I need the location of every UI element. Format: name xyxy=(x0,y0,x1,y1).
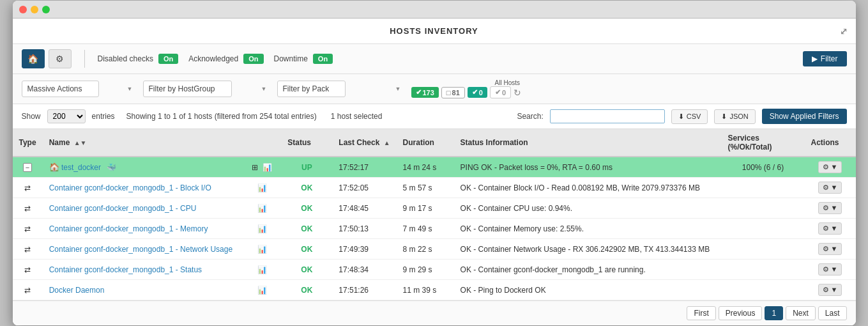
host-action-gear[interactable]: ⚙ ▼ xyxy=(818,161,842,173)
service-icons-3: 📊 xyxy=(243,239,281,260)
settings-button[interactable]: ⚙ xyxy=(49,49,72,68)
pack-filter-wrapper: Filter by Pack xyxy=(277,81,405,97)
count-173: 173 xyxy=(423,89,434,97)
col-type-header[interactable]: Type xyxy=(13,129,43,157)
json-button[interactable]: ⬇ JSON xyxy=(714,109,755,124)
service-info-0: OK - Container Block I/O - Read 0.008192… xyxy=(454,178,722,198)
minimize-button[interactable] xyxy=(31,6,38,13)
service-duration-2: 7 m 49 s xyxy=(397,219,454,239)
table-row: ⇄ Container gconf-docker_mongodb_1 - Mem… xyxy=(13,219,856,239)
service-actions-2: ⚙ ▼ xyxy=(805,219,856,239)
count-0-light: 0 xyxy=(502,89,506,97)
filter-label: Filter xyxy=(821,54,838,63)
service-action-gear-4[interactable]: ⚙ ▼ xyxy=(818,263,842,276)
titlebar xyxy=(13,1,856,19)
graph-icon-1: 📊 xyxy=(257,204,267,213)
service-status-1: OK xyxy=(281,198,332,219)
service-name-link-0[interactable]: Container gconf-docker_mongodb_1 - Block… xyxy=(49,183,211,192)
current-page-button[interactable]: 1 xyxy=(765,306,783,320)
service-name-link-3[interactable]: Container gconf-docker_mongodb_1 - Netwo… xyxy=(49,245,233,254)
acknowledged-toggle[interactable]: On xyxy=(243,54,263,64)
previous-page-button[interactable]: Previous xyxy=(719,306,763,320)
service-type-cell-0: ⇄ xyxy=(13,178,43,198)
service-type-icon-0: ⇄ xyxy=(24,183,31,192)
count-badge-0-light[interactable]: ✔ 0 xyxy=(490,86,511,98)
refresh-icon[interactable]: ↻ xyxy=(514,88,521,98)
toolbar: 🏠 ⚙ Disabled checks On Acknowledged On D… xyxy=(13,44,856,74)
count-badge-0-teal[interactable]: ✔ 0 xyxy=(468,87,487,98)
service-status-3: OK xyxy=(281,239,332,260)
service-action-gear-2[interactable]: ⚙ ▼ xyxy=(818,222,842,235)
host-icons-cell: ⊞ 📊 xyxy=(243,157,281,178)
service-type-cell-1: ⇄ xyxy=(13,198,43,219)
service-lastcheck-5: 17:51:26 xyxy=(332,280,396,300)
service-action-gear-1[interactable]: ⚙ ▼ xyxy=(818,202,842,214)
col-status-header[interactable]: Status xyxy=(281,129,332,157)
hosts-table: Type Name ▲▼ Status Last Check ▲ Duratio… xyxy=(13,129,856,300)
count-badge-173[interactable]: ✔ 173 xyxy=(411,87,439,98)
col-duration-header[interactable]: Duration xyxy=(397,129,454,157)
service-icons-1: 📊 xyxy=(243,198,281,219)
service-name-cell-1: Container gconf-docker_mongodb_1 - CPU xyxy=(43,198,243,219)
acknowledged-group: Acknowledged On xyxy=(188,54,263,64)
table-row: ⇄ Container gconf-docker_mongodb_1 - Net… xyxy=(13,239,856,260)
disabled-checks-toggle[interactable]: On xyxy=(158,54,178,64)
service-lastcheck-2: 17:50:13 xyxy=(332,219,396,239)
expand-icon[interactable]: ⤢ xyxy=(840,26,848,36)
service-name-link-2[interactable]: Container gconf-docker_mongodb_1 - Memor… xyxy=(49,224,208,233)
graph-icon: 📊 xyxy=(263,163,272,172)
col-name-header[interactable]: Name ▲▼ xyxy=(43,129,243,157)
hostgroup-filter-dropdown[interactable]: Filter by HostGroup xyxy=(143,81,232,97)
csv-button[interactable]: ⬇ CSV xyxy=(671,109,708,124)
service-status-4: OK xyxy=(281,260,332,280)
service-duration-3: 8 m 22 s xyxy=(397,239,454,260)
check-teal-icon: ✔ xyxy=(472,88,478,97)
service-action-gear-3[interactable]: ⚙ ▼ xyxy=(818,243,842,255)
pack-filter-dropdown[interactable]: Filter by Pack xyxy=(277,81,346,97)
showing-info: Showing 1 to 1 of 1 hosts (filtered from… xyxy=(126,112,317,121)
minus-expand-icon[interactable]: − xyxy=(23,163,32,172)
col-services-header[interactable]: Services(%/Ok/Total) xyxy=(722,129,805,157)
service-lastcheck-0: 17:52:05 xyxy=(332,178,396,198)
host-name-link[interactable]: test_docker xyxy=(61,163,101,172)
service-services-1 xyxy=(722,198,805,219)
table-header: Type Name ▲▼ Status Last Check ▲ Duratio… xyxy=(13,129,856,157)
service-action-gear-0[interactable]: ⚙ ▼ xyxy=(818,182,842,194)
graph-icon-5: 📊 xyxy=(257,286,267,295)
col-info-header[interactable]: Status Information xyxy=(454,129,722,157)
grid-icon: ⊞ xyxy=(252,163,258,172)
service-type-cell-2: ⇄ xyxy=(13,219,43,239)
check-light-icon: ✔ xyxy=(495,88,501,97)
filter-button[interactable]: ▶ Filter xyxy=(803,51,847,66)
massive-actions-dropdown[interactable]: Massive Actions xyxy=(22,81,99,97)
service-lastcheck-4: 17:48:34 xyxy=(332,260,396,280)
maximize-button[interactable] xyxy=(42,6,50,13)
col-actions-header: Actions xyxy=(805,129,856,157)
service-status-0: OK xyxy=(281,178,332,198)
count-badge-81[interactable]: □ 81 xyxy=(441,87,465,98)
service-name-link-4[interactable]: Container gconf-docker_mongodb_1 - Statu… xyxy=(49,265,202,274)
service-info-3: OK - Container Network Usage - RX 306.24… xyxy=(454,239,722,260)
host-services-cell: 100% (6 / 6) xyxy=(722,157,805,178)
service-action-gear-5[interactable]: ⚙ ▼ xyxy=(818,284,842,296)
col-lastcheck-header[interactable]: Last Check ▲ xyxy=(332,129,396,157)
home-button[interactable]: 🏠 xyxy=(22,49,45,68)
close-button[interactable] xyxy=(19,6,27,13)
service-type-cell-5: ⇄ xyxy=(13,280,43,300)
downtime-toggle[interactable]: On xyxy=(313,54,333,64)
download-icon: ⬇ xyxy=(678,113,684,121)
hostgroup-filter-wrapper: Filter by HostGroup xyxy=(143,81,271,97)
service-name-link-5[interactable]: Docker Daemon xyxy=(49,286,105,295)
entries-select[interactable]: 200 xyxy=(47,109,86,123)
service-actions-1: ⚙ ▼ xyxy=(805,198,856,219)
show-applied-filters-button[interactable]: Show Applied Filters xyxy=(762,109,847,124)
first-page-button[interactable]: First xyxy=(687,306,715,320)
search-input[interactable] xyxy=(550,109,665,123)
service-name-link-1[interactable]: Container gconf-docker_mongodb_1 - CPU xyxy=(49,204,197,213)
last-page-button[interactable]: Last xyxy=(818,306,847,320)
show-label: Show xyxy=(22,112,41,121)
service-name-cell-5: Docker Daemon xyxy=(43,280,243,300)
service-info-5: OK - Ping to Dockerd OK xyxy=(454,280,722,300)
service-duration-5: 11 m 39 s xyxy=(397,280,454,300)
next-page-button[interactable]: Next xyxy=(786,306,816,320)
